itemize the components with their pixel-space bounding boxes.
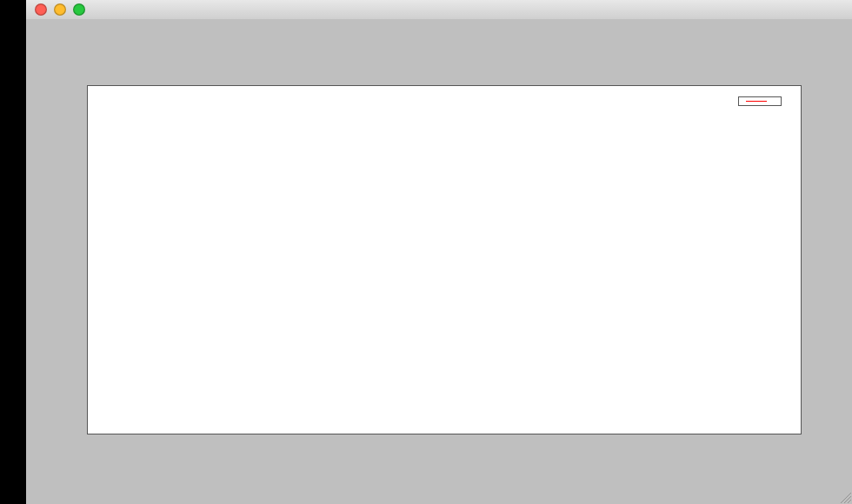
svg-line-1 <box>844 496 851 503</box>
svg-line-2 <box>848 500 851 503</box>
client-area <box>26 19 852 504</box>
plot-area <box>87 85 802 434</box>
minimize-icon[interactable] <box>54 3 66 16</box>
titlebar[interactable] <box>26 0 852 20</box>
legend-swatch <box>746 101 767 102</box>
close-icon[interactable] <box>35 3 47 16</box>
legend <box>738 96 782 106</box>
zoom-icon[interactable] <box>73 3 85 16</box>
app-window <box>26 0 852 504</box>
window-controls <box>26 3 85 16</box>
resize-grip-icon[interactable] <box>838 490 852 504</box>
chart-svg <box>88 86 801 434</box>
